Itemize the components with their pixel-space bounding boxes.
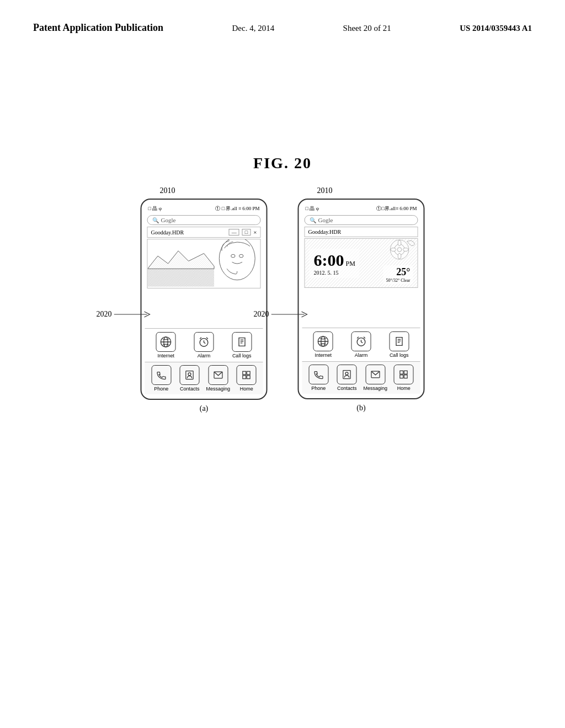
phone-frame-a: □ 晶 ψ ① □ 界.all ≡ 6:00 PM 🔍 Gogle Goodda… <box>141 199 268 400</box>
dock-messaging-b[interactable]: Messaging <box>361 365 390 391</box>
bottom-dock-a: Phone Contacts <box>145 362 263 394</box>
dock-phone-b[interactable]: Phone <box>305 365 333 391</box>
temp-b: 25° <box>386 266 411 278</box>
calllogs-icon-a <box>232 332 252 352</box>
google-bar-b[interactable]: 🔍 Gogle <box>305 215 418 225</box>
svg-rect-20 <box>243 376 246 379</box>
phone-frame-b: □ 晶 ψ ①□界.all≡ 6:00 PM 🔍 Gogle Goodday.H… <box>298 199 425 399</box>
svg-rect-21 <box>247 376 250 379</box>
dock-home-b[interactable]: Home <box>390 365 418 391</box>
dock-home-a[interactable]: Home <box>232 365 261 392</box>
app-internet-a[interactable]: Internet <box>152 332 180 358</box>
label-2010-b: 2010 <box>317 186 333 195</box>
widget-image-a <box>147 239 261 288</box>
status-right-a: ① □ 界.all ≡ 6:00 PM <box>215 205 259 212</box>
notification-title-b: Goodday.HDR <box>308 229 342 235</box>
home-label-b: Home <box>397 386 411 391</box>
widget-clock-b: 6:00 PM 2012. 5. 15 25° 50°/32° Clear <box>305 238 418 288</box>
label-2010-a: 2010 <box>160 186 175 195</box>
phone-label-a: Phone <box>154 386 168 392</box>
status-left-b: □ 晶 ψ <box>306 205 319 212</box>
google-text-a: Gogle <box>161 217 176 223</box>
svg-line-11 <box>204 342 205 344</box>
alarm-label-b: Alarm <box>355 352 368 358</box>
label-2020-b: 2020 <box>254 309 310 320</box>
dock-contacts-a[interactable]: Contacts <box>175 365 204 392</box>
notification-b: Goodday.HDR <box>305 227 418 237</box>
publication-date: Dec. 4, 2014 <box>232 24 274 33</box>
calllogs-label-a: Call logs <box>232 353 252 358</box>
svg-point-27 <box>398 240 401 246</box>
app-alarm-b[interactable]: Alarm <box>347 331 375 358</box>
svg-rect-19 <box>247 371 250 374</box>
phone-icon-b <box>308 365 328 384</box>
app-icons-a: Internet Alarm <box>145 328 263 362</box>
svg-point-16 <box>188 373 191 376</box>
weather-detail-b: 50°/32° Clear <box>386 278 411 283</box>
messaging-icon-a <box>208 365 228 385</box>
google-text-b: Gogle <box>318 217 333 223</box>
phone-icon-a <box>151 365 171 385</box>
status-bar-b: □ 晶 ψ ①□界.all≡ 6:00 PM <box>302 204 420 213</box>
dock-contacts-b[interactable]: Contacts <box>333 365 361 391</box>
svg-point-28 <box>398 253 401 259</box>
app-internet-b[interactable]: Internet <box>309 331 338 358</box>
home-icon-b <box>394 365 414 384</box>
svg-rect-44 <box>404 371 408 374</box>
svg-point-41 <box>345 372 348 375</box>
app-alarm-a[interactable]: Alarm <box>189 332 218 358</box>
contacts-label-a: Contacts <box>180 386 200 392</box>
svg-rect-2 <box>148 269 215 286</box>
app-calllogs-b[interactable]: Call logs <box>385 331 413 358</box>
internet-icon-b <box>313 331 333 351</box>
sheet-info: Sheet 20 of 21 <box>343 24 391 33</box>
calllogs-icon-b <box>389 331 409 351</box>
contacts-icon-a <box>180 365 200 385</box>
internet-label-a: Internet <box>158 353 175 358</box>
notification-title-a: Goodday.HDR <box>151 229 184 235</box>
contacts-label-b: Contacts <box>337 386 357 391</box>
diagram-a: 2010 □ 晶 ψ ① □ 界.all ≡ 6:00 PM 🔍 Gogle G… <box>141 199 268 413</box>
svg-point-30 <box>403 248 408 251</box>
notification-a: Goodday.HDR — □ × <box>147 227 261 238</box>
app-icons-b: Internet Alarm <box>302 328 420 361</box>
alarm-icon-b <box>351 331 371 351</box>
bottom-dock-b: Phone Contacts <box>302 361 420 394</box>
svg-rect-46 <box>404 375 408 378</box>
alarm-icon-a <box>194 332 214 352</box>
sub-label-b: (b) <box>298 404 425 413</box>
phone-label-b: Phone <box>311 386 326 391</box>
alarm-label-a: Alarm <box>198 353 211 358</box>
publication-title: Patent Application Publication <box>33 22 163 34</box>
contacts-icon-b <box>337 365 357 384</box>
messaging-icon-b <box>365 365 385 384</box>
status-right-b: ①□界.all≡ 6:00 PM <box>376 205 417 212</box>
sub-label-a: (a) <box>141 404 268 413</box>
svg-line-36 <box>361 342 363 343</box>
internet-label-b: Internet <box>315 352 332 358</box>
home-label-a: Home <box>240 386 253 392</box>
diagram-b: 2010 □ 晶 ψ ①□界.all≡ 6:00 PM 🔍 Gogle Good… <box>298 199 425 413</box>
figure-title: FIG. 20 <box>253 154 312 172</box>
home-icon-a <box>237 365 257 385</box>
calllogs-label-b: Call logs <box>390 352 409 358</box>
patent-number: US 2014/0359443 A1 <box>460 24 532 33</box>
dock-messaging-a[interactable]: Messaging <box>204 365 233 392</box>
svg-rect-45 <box>400 375 403 378</box>
dock-phone-a[interactable]: Phone <box>147 365 176 392</box>
svg-point-29 <box>391 248 396 251</box>
svg-rect-43 <box>400 371 403 374</box>
clock-date-b: 2012. 5. 15 <box>314 270 355 276</box>
svg-rect-18 <box>243 371 246 374</box>
messaging-label-b: Messaging <box>363 386 387 391</box>
page-header: Patent Application Publication Dec. 4, 2… <box>33 22 532 34</box>
google-bar-a[interactable]: 🔍 Gogle <box>147 215 261 225</box>
status-left-a: □ 晶 ψ <box>148 205 162 212</box>
status-bar-a: □ 晶 ψ ① □ 界.all ≡ 6:00 PM <box>145 204 263 213</box>
app-calllogs-a[interactable]: Call logs <box>227 332 256 358</box>
clock-time-b: 6:00 <box>314 251 344 270</box>
messaging-label-a: Messaging <box>206 386 230 392</box>
label-2020-a: 2020 <box>97 309 153 320</box>
internet-icon-a <box>156 332 176 352</box>
svg-point-3 <box>219 239 255 280</box>
